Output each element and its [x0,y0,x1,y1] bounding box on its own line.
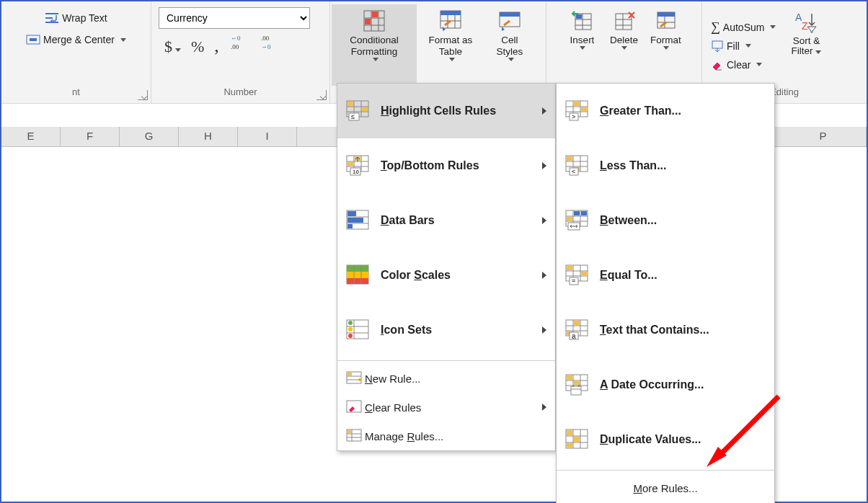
menu-between[interactable]: Between... Between... [557,193,774,248]
data-bars-icon [346,210,369,231]
svg-rect-2 [45,22,58,23]
svg-rect-0 [45,13,58,14]
alignment-dialog-launcher[interactable] [138,90,148,100]
format-button[interactable]: Format [645,4,687,86]
svg-rect-91 [574,102,580,106]
increase-decimal-icon[interactable]: ←0.00 [229,33,249,52]
menu-icon-sets[interactable]: Icon Sets Icon Sets [337,303,555,357]
group-alignment-label: nt [1,86,151,103]
svg-text:a: a [572,332,576,340]
insert-button[interactable]: Insert [562,4,603,86]
menu-less-than[interactable]: < Less Than... Less Than... [557,138,774,193]
menu-date-occurring[interactable]: A Date Occurring... A Date Occurring... [557,357,774,412]
cell-styles-button[interactable]: Cell Styles [484,4,535,86]
svg-rect-1 [45,17,53,19]
wrap-text-button[interactable]: Wrap Text [42,7,110,29]
svg-rect-22 [500,12,520,17]
format-label: Format [650,35,681,46]
col-header[interactable]: P [780,127,867,146]
menu-top-bottom-rules[interactable]: 10 Top/Bottom Rules Top/Bottom Rules [337,138,555,193]
svg-rect-149 [567,443,572,448]
greater-than-icon: > [565,100,588,122]
svg-text:=: = [572,277,575,285]
svg-rect-148 [574,437,580,442]
svg-rect-65 [347,272,368,278]
sort-filter-line1: Sort & [793,35,820,46]
new-rule-icon [346,371,362,386]
menu-clear-rules[interactable]: Clear Rules Clear Rules [337,393,555,422]
merge-center-button[interactable]: Merge & Center [23,29,129,50]
svg-rect-60 [347,211,356,216]
svg-text:≤: ≤ [351,113,355,120]
format-as-table-button[interactable]: Format as Table [417,4,484,86]
delete-button[interactable]: Delete [603,4,645,86]
col-header[interactable]: I [238,127,297,146]
number-dialog-launcher[interactable] [316,90,327,100]
svg-rect-141 [578,385,580,387]
menu-new-rule[interactable]: New Rule... New Rule... [337,364,555,393]
fill-button[interactable]: Fill [708,37,779,55]
svg-point-74 [348,327,353,331]
chevron-right-icon [542,404,546,411]
svg-rect-4 [30,38,37,41]
menu-color-scales[interactable]: Color Scales Color Scales [337,248,555,303]
color-scales-icon [346,264,369,286]
col-header[interactable]: E [1,127,61,146]
accounting-format-button[interactable]: $ [164,37,181,56]
menu-more-rules[interactable]: More Rules... More Rules... [557,473,774,503]
menu-text-contains[interactable]: a Text that Contains... Text that Contai… [557,303,774,357]
merge-center-icon [26,32,40,47]
decrease-decimal-icon[interactable]: .00→0 [260,33,280,52]
text-contains-icon: a [565,319,588,341]
svg-rect-64 [347,265,368,272]
svg-point-73 [348,321,353,325]
chevron-right-icon [542,272,546,279]
cell-styles-line2: Styles [497,46,523,58]
menu-data-bars[interactable]: Data Bars Data Bars [337,193,555,248]
chevron-right-icon [542,107,546,115]
percent-button[interactable]: % [191,37,204,56]
top-bottom-icon: 10 [346,155,369,177]
highlight-rules-icon: ≤ [346,100,369,122]
comma-style-button[interactable]: , [214,35,219,57]
clear-icon [711,58,724,71]
menu-equal-to[interactable]: = Equal To... Equal To... [557,248,774,303]
svg-rect-138 [571,386,581,395]
svg-rect-62 [347,224,353,228]
clear-button[interactable]: Clear [708,55,779,74]
chevron-right-icon [542,162,546,169]
autosum-icon: ∑ [711,19,720,35]
menu-duplicate-values[interactable]: Duplicate Values... Duplicate Values... [557,412,774,467]
cell-styles-icon [498,9,521,32]
col-header[interactable]: G [120,127,179,146]
svg-rect-54 [347,162,353,166]
col-header[interactable]: H [179,127,238,146]
number-format-select[interactable]: Currency [159,7,310,29]
chevron-right-icon [542,326,546,334]
highlight-cells-rules-submenu: > Greater Than... Greater Than... < Less… [556,83,775,503]
svg-rect-100 [567,156,572,161]
menu-manage-rules[interactable]: Manage Rules... Manage Rules... [337,422,555,450]
svg-rect-127 [574,321,580,325]
between-icon [565,210,588,231]
fill-label: Fill [727,40,740,52]
conditional-formatting-button[interactable]: Conditional Formatting [332,4,417,86]
fmt-table-line2: Table [439,46,462,58]
group-number-label: Number [151,86,329,103]
svg-rect-109 [574,211,580,215]
wrap-text-icon [45,11,59,25]
svg-rect-14 [372,12,378,17]
group-number: Currency $ % , ←0.00 .00→0 Number [151,1,330,103]
svg-rect-85 [347,430,351,433]
autosum-button[interactable]: ∑ AutoSum [708,18,779,37]
clear-label: Clear [727,59,750,71]
menu-highlight-cells-rules[interactable]: ≤ Highlight Cells Rules Highlight Cells … [337,84,555,138]
sort-filter-button[interactable]: AZ Sort &Filter [786,6,826,86]
svg-rect-61 [347,218,363,223]
svg-text:.00: .00 [261,35,270,42]
svg-rect-66 [347,278,368,284]
menu-greater-than[interactable]: > Greater Than... Greater Than... [557,84,774,138]
col-header[interactable]: F [61,127,120,146]
svg-rect-147 [567,430,572,435]
svg-rect-15 [365,19,371,25]
